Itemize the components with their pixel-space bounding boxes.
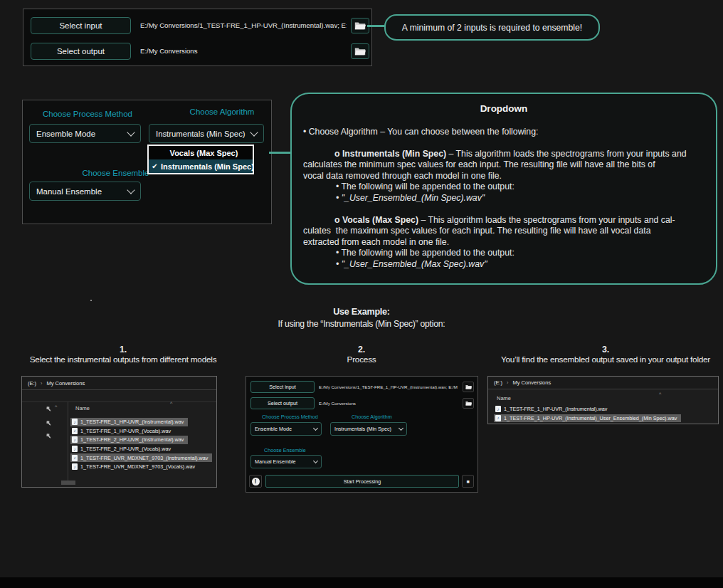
file-name: 1_TEST-FRE_2_HP-UVR_(Vocals).wav <box>80 446 171 452</box>
select-input-button[interactable]: Select input <box>31 17 131 34</box>
min-inputs-callout: A minimum of 2 inputs is required to ens… <box>384 14 600 41</box>
breadcrumb-drive[interactable]: (E:) <box>494 379 502 386</box>
ensemble-value: Manual Ensemble <box>36 187 102 196</box>
breadcrumb-folder[interactable]: My Conversions <box>512 379 551 386</box>
step-number: 2. <box>290 345 433 355</box>
browse-output-button[interactable] <box>463 398 474 409</box>
menu-item[interactable]: ✔ Instrumentals (Min Spec) <box>149 159 253 173</box>
info-box-title: Dropdown <box>292 103 716 114</box>
info-icon: ! <box>252 478 260 485</box>
use-example-block: Use Example: If using the “Instrumentals… <box>0 307 723 329</box>
info-paragraph: o Instrumentals (Min Spec) – This algori… <box>303 149 710 182</box>
name-column-header[interactable]: Name <box>75 405 90 411</box>
algorithm-value: Instrumentals (Min Spec) <box>334 426 391 432</box>
select-output-button[interactable]: Select output <box>31 43 131 60</box>
algorithm-menu: Vocals (Max Spec) ✔ Instrumentals (Min S… <box>147 145 254 174</box>
file-row[interactable]: ♪ 1_TEST-FRE_1_HP-UVR_(Vocals).wav <box>70 427 175 436</box>
file-row[interactable]: ♪ 1_TEST-FRE_UVR_MDXNET_9703_(Instrument… <box>70 453 212 462</box>
connector-line <box>367 25 386 27</box>
info-bullet-filename: • "_User_Ensembled_(Max Spec).wav" <box>303 259 710 271</box>
file-row[interactable]: ♪ 1_TEST-FRE_1_HP-UVR_(Instrumental).wav <box>70 418 188 426</box>
step2-app-window: Select input E:/My Conversions/1_TEST-FR… <box>246 376 478 493</box>
folder-open-icon <box>465 384 472 389</box>
step-1-heading: 1. Select the instrumental outputs from … <box>6 345 241 364</box>
output-path-value: E:/My Conversions <box>319 397 460 409</box>
info-paragraph: o Vocals (Max Spec) – This algorithm loa… <box>303 215 710 248</box>
step-2-heading: 2. Process <box>290 345 433 364</box>
menu-item-label: Instrumentals (Min Spec) <box>161 162 260 171</box>
algorithm-dropdown[interactable]: Instrumentals (Min Spec) <box>149 124 264 143</box>
breadcrumb-chevron-icon: › <box>41 381 42 386</box>
breadcrumb[interactable]: (E:) › My Conversions <box>22 377 216 390</box>
folder-open-icon <box>354 21 366 30</box>
audio-file-icon: ♪ <box>72 428 78 434</box>
sort-caret-icon: ^ <box>170 401 172 406</box>
browse-output-button[interactable] <box>351 43 369 59</box>
info-bullet: • The following will be appended to the … <box>303 182 710 193</box>
folder-open-icon <box>465 401 472 406</box>
file-row[interactable]: ♪ 1_TEST-FRE_2_HP-UVR_(Vocals).wav <box>70 445 175 453</box>
file-list: ♪ 1_TEST-FRE_1_HP-UVR_(Instrumental).wav… <box>70 418 212 472</box>
breadcrumb[interactable]: (E:) › My Conversions <box>488 377 718 389</box>
file-name: 1_TEST-FRE_UVR_MDXNET_9703_(Instrumental… <box>80 455 208 461</box>
ensemble-dropdown[interactable]: Manual Ensemble <box>29 182 141 201</box>
page-background: Select input E:/My Conversions/1_TEST-FR… <box>0 0 723 588</box>
info-button[interactable]: ! <box>249 475 262 488</box>
process-method-dropdown[interactable]: Ensemble Mode <box>250 422 322 436</box>
output-path-value: E:/My Conversions <box>140 43 347 60</box>
chevron-down-icon <box>127 128 134 136</box>
scrollbar-thumb[interactable] <box>61 481 75 485</box>
breadcrumb-chevron-icon: › <box>507 380 508 385</box>
connector-line <box>269 152 292 154</box>
file-name: 1_TEST-FRE_1_HP-UVR_(Vocals).wav <box>80 428 171 434</box>
name-column-header[interactable]: Name <box>497 395 511 401</box>
pin-icon <box>46 433 51 439</box>
algorithm-dropdown[interactable]: Instrumentals (Min Spec) <box>330 422 407 436</box>
algorithm-label: Choose Algorithm <box>352 414 392 420</box>
stray-dot <box>90 300 92 301</box>
stop-button[interactable]: ■ <box>462 475 474 488</box>
file-row[interactable]: ♪ 1_TEST-FRE_1_HP-UVR_(Instrumental).wav <box>494 405 611 414</box>
audio-file-icon: ♪ <box>72 446 78 452</box>
use-example-subtitle: If using the “Instrumentals (Min Spec)” … <box>0 319 723 329</box>
chevron-down-icon <box>250 128 258 136</box>
audio-file-icon: ♪ <box>495 415 501 421</box>
audio-file-icon: ♪ <box>72 455 78 461</box>
bottom-strip <box>0 577 723 588</box>
process-method-dropdown[interactable]: Ensemble Mode <box>29 124 141 143</box>
step-caption: You’ll find the ensembled output saved i… <box>490 355 722 364</box>
ensemble-label: Choose Ensemble <box>264 447 306 453</box>
select-input-button[interactable]: Select input <box>250 381 315 393</box>
breadcrumb-folder[interactable]: My Conversions <box>46 380 85 387</box>
chevron-down-icon <box>399 426 403 431</box>
file-row[interactable]: ♪ 1_TEST-FRE_2_HP-UVR_(Instrumental).wav <box>70 436 188 444</box>
file-row[interactable]: ♪ 1_TEST-FRE_UVR_MDXNET_9703_(Vocals).wa… <box>70 463 199 471</box>
step-caption: Select the instrumental outputs from dif… <box>6 355 241 364</box>
select-output-button[interactable]: Select output <box>250 397 315 409</box>
start-processing-button[interactable]: Start Processing <box>265 475 459 488</box>
options-panel: Choose Process Method Choose Algorithm E… <box>22 100 272 224</box>
menu-item[interactable]: Vocals (Max Spec) <box>149 146 253 159</box>
browse-input-button[interactable] <box>463 382 474 392</box>
info-bullet: • The following will be appended to the … <box>303 248 710 259</box>
audio-file-icon: ♪ <box>72 419 78 425</box>
dropdown-info-box: Dropdown • Choose Algorithm – You can ch… <box>290 93 717 285</box>
ensemble-dropdown[interactable]: Manual Ensemble <box>250 455 322 468</box>
breadcrumb-drive[interactable]: (E:) <box>28 380 36 387</box>
step1-file-browser: (E:) › My Conversions ^ Name ^ ♪ 1_TEST- <box>21 376 217 488</box>
io-panel: Select input E:/My Conversions/1_TEST-FR… <box>23 9 372 66</box>
process-method-value: Ensemble Mode <box>255 426 292 432</box>
file-row[interactable]: ♪ 1_TEST-FRE_1_HP-UVR_(Instrumental)_Use… <box>494 414 681 423</box>
input-path-value: E:/My Conversions/1_TEST-FRE_1_HP-UVR_(I… <box>319 381 460 393</box>
step-3-heading: 3. You’ll find the ensembled output save… <box>490 345 722 364</box>
chevron-down-icon <box>313 426 318 431</box>
step-number: 3. <box>490 345 722 355</box>
audio-file-icon: ♪ <box>495 406 501 412</box>
step-caption: Process <box>290 355 433 364</box>
input-path-value: E:/My Conversions/1_TEST-FRE_1_HP-UVR_(I… <box>140 17 347 34</box>
info-bullet-filename: • "_User_Ensembled_(Min Spec).wav" <box>303 193 710 204</box>
check-icon: ✔ <box>149 162 161 170</box>
info-box-body: • Choose Algorithm – You can choose betw… <box>303 127 710 271</box>
sort-caret-icon: ^ <box>55 404 57 409</box>
algorithm-name: o Instrumentals (Min Spec) <box>334 149 446 159</box>
